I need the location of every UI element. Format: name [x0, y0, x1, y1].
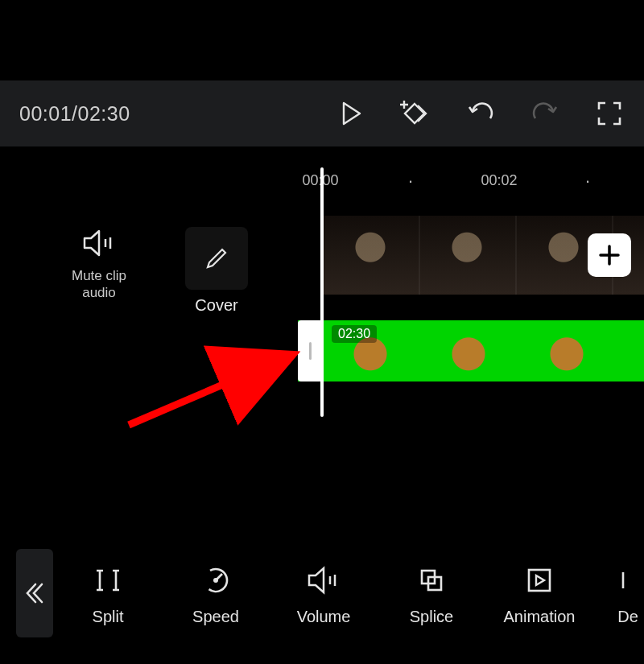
- mute-clip-audio-button[interactable]: Mute clip audio: [55, 227, 143, 302]
- split-button[interactable]: Split: [72, 561, 143, 626]
- current-time: 00:01: [19, 102, 72, 125]
- placeholder-icon: [620, 564, 636, 596]
- cover-button[interactable]: Cover: [172, 227, 261, 315]
- video-track-2[interactable]: 02:30: [298, 320, 644, 381]
- svg-line-3: [216, 574, 222, 580]
- fullscreen-button[interactable]: [594, 98, 625, 129]
- volume-button[interactable]: Volume: [288, 561, 359, 626]
- playhead[interactable]: [320, 167, 324, 417]
- redo-icon: [532, 102, 558, 125]
- clip-duration-badge: 02:30: [332, 325, 377, 343]
- edit-toolbar: Split Speed Volume Splice Animation De: [0, 545, 644, 641]
- delete-button-partial[interactable]: De: [612, 561, 644, 626]
- clip-thumbnail: [420, 320, 517, 381]
- fullscreen-icon: [597, 101, 621, 126]
- mute-label: Mute clip audio: [72, 267, 126, 302]
- pencil-icon: [204, 246, 229, 270]
- add-media-button[interactable]: [588, 233, 631, 277]
- tool-label: Speed: [192, 608, 239, 626]
- cover-label: Cover: [195, 296, 237, 315]
- undo-button[interactable]: [465, 98, 496, 129]
- splice-icon: [415, 564, 448, 596]
- back-button[interactable]: [16, 549, 53, 637]
- tool-label: Animation: [504, 608, 576, 626]
- transport-buttons: [336, 98, 625, 129]
- tool-label: Split: [93, 608, 124, 626]
- svg-rect-6: [529, 570, 550, 591]
- total-time: 02:30: [78, 102, 130, 125]
- splice-button[interactable]: Splice: [396, 561, 467, 626]
- speaker-icon: [81, 227, 117, 259]
- ruler-dot: ·: [585, 171, 590, 192]
- speed-dial-icon: [200, 564, 232, 596]
- add-keyframe-icon: [400, 101, 432, 126]
- tool-label: Splice: [410, 608, 453, 626]
- clip-thumbnail: [419, 216, 515, 295]
- tool-buttons: Split Speed Volume Splice Animation De: [72, 561, 644, 626]
- clip-thumbnail: [617, 320, 644, 381]
- timeline-side-controls: Mute clip audio Cover: [55, 227, 261, 315]
- redo-button[interactable]: [530, 98, 560, 129]
- clip-thumbnail: [518, 320, 615, 381]
- animation-play-icon: [523, 564, 555, 596]
- chevron-left-double-icon: [21, 579, 48, 607]
- plus-icon: [597, 243, 621, 267]
- clip-thumbnail: [322, 216, 419, 295]
- split-icon: [92, 564, 124, 596]
- play-button[interactable]: [336, 98, 367, 129]
- ruler-tick: 00:02: [481, 172, 517, 189]
- transport-bar: 00:01/02:30: [0, 80, 644, 146]
- cover-thumbnail: [185, 227, 248, 290]
- play-icon: [341, 101, 362, 126]
- tool-label: Volume: [297, 608, 351, 626]
- clip-trim-handle-left[interactable]: [298, 320, 322, 381]
- animation-button[interactable]: Animation: [504, 561, 575, 626]
- add-keyframe-button[interactable]: [401, 98, 431, 129]
- undo-icon: [468, 102, 493, 125]
- ruler-dot: ·: [408, 171, 413, 192]
- time-readout: 00:01/02:30: [19, 102, 130, 126]
- time-separator: /: [72, 102, 77, 125]
- tool-label: De: [617, 608, 638, 626]
- video-track-1[interactable]: [322, 216, 644, 295]
- volume-icon: [306, 564, 341, 596]
- speed-button[interactable]: Speed: [180, 561, 251, 626]
